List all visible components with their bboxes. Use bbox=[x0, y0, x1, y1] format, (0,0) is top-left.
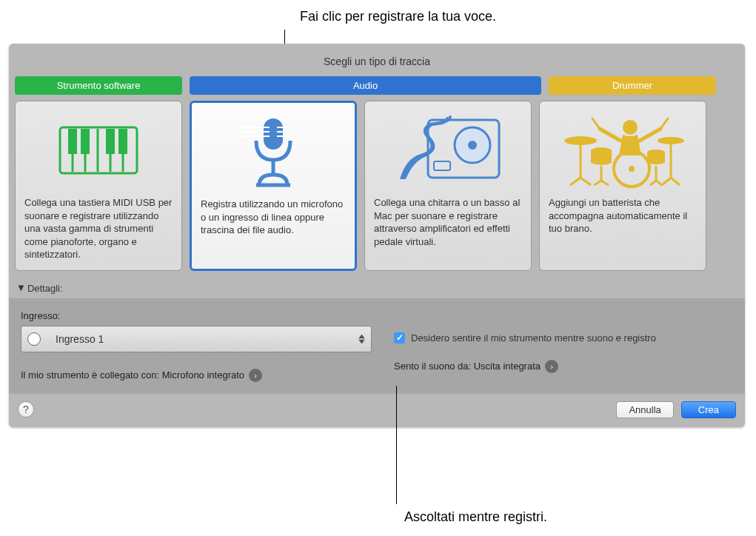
chevron-updown-icon bbox=[358, 334, 365, 344]
connected-details-button[interactable]: › bbox=[249, 369, 262, 382]
tab-software-instrument[interactable]: Strumento software bbox=[15, 76, 182, 95]
svg-line-32 bbox=[570, 178, 581, 185]
svg-rect-6 bbox=[68, 129, 77, 154]
details-label: Dettagli: bbox=[27, 283, 63, 294]
svg-line-29 bbox=[660, 118, 668, 129]
svg-line-36 bbox=[662, 178, 671, 185]
details-toggle[interactable]: ▼Dettagli: bbox=[15, 278, 739, 298]
card-software-instrument[interactable]: Collega una tastiera MIDI USB per suonar… bbox=[15, 101, 182, 271]
details-panel: Ingresso: Ingresso 1 Il mio strumento è … bbox=[9, 298, 745, 394]
svg-line-26 bbox=[600, 129, 620, 141]
svg-rect-8 bbox=[106, 129, 115, 154]
svg-point-43 bbox=[629, 166, 635, 172]
tab-audio[interactable]: Audio bbox=[190, 76, 541, 95]
create-button[interactable]: Crea bbox=[681, 401, 736, 418]
card-guitar-desc: Collega una chitarra o un basso al Mac p… bbox=[374, 196, 522, 248]
card-audio-mic[interactable]: Registra utilizzando un microfono o un i… bbox=[190, 101, 357, 271]
svg-rect-22 bbox=[434, 161, 450, 170]
svg-point-25 bbox=[623, 120, 638, 135]
callout-top-text: Fai clic per registrare la tua voce. bbox=[300, 9, 496, 24]
svg-line-28 bbox=[592, 118, 600, 129]
help-icon: ? bbox=[23, 403, 29, 415]
svg-rect-7 bbox=[81, 129, 90, 154]
svg-point-23 bbox=[446, 117, 449, 120]
guitar-icon bbox=[374, 110, 522, 192]
card-mic-desc: Registra utilizzando un microfono o un i… bbox=[201, 198, 346, 237]
drummer-icon bbox=[549, 110, 697, 192]
svg-rect-10 bbox=[264, 118, 283, 150]
tab-row: Strumento software Audio Drummer bbox=[15, 76, 739, 95]
card-drummer[interactable]: Aggiungi un batterista che accompagna au… bbox=[539, 101, 706, 271]
svg-line-47 bbox=[656, 181, 662, 185]
tab-drummer[interactable]: Drummer bbox=[549, 76, 716, 95]
callout-line-bottom bbox=[396, 386, 397, 504]
svg-line-41 bbox=[601, 181, 609, 185]
card-software-desc: Collega una tastiera MIDI USB per suonar… bbox=[24, 196, 173, 261]
svg-line-37 bbox=[671, 178, 680, 185]
output-details-button[interactable]: › bbox=[545, 360, 558, 373]
card-drummer-desc: Aggiungi un batterista che accompagna au… bbox=[549, 196, 697, 235]
help-button[interactable]: ? bbox=[18, 401, 34, 418]
card-row: Collega una tastiera MIDI USB per suonar… bbox=[15, 101, 739, 271]
svg-rect-9 bbox=[118, 129, 127, 154]
microphone-icon bbox=[201, 112, 346, 193]
dialog-footer: ? Annulla Crea bbox=[15, 394, 739, 421]
monitor-checkbox[interactable]: ✓ bbox=[394, 332, 405, 344]
svg-point-21 bbox=[468, 141, 477, 150]
svg-line-27 bbox=[640, 129, 660, 141]
window-title: Scegli un tipo di traccia bbox=[15, 50, 739, 76]
callout-bottom-text: Ascoltati mentre registri. bbox=[404, 509, 547, 525]
input-label: Ingresso: bbox=[21, 310, 372, 321]
checkmark-icon: ✓ bbox=[396, 332, 404, 343]
input-select-value: Ingresso 1 bbox=[56, 333, 104, 345]
svg-line-46 bbox=[650, 181, 656, 185]
keyboard-icon bbox=[24, 110, 173, 192]
svg-line-40 bbox=[594, 181, 601, 185]
disclosure-triangle-icon: ▼ bbox=[16, 282, 26, 293]
svg-point-34 bbox=[658, 137, 684, 144]
track-type-dialog: Scegli un tipo di traccia Strumento soft… bbox=[9, 44, 745, 427]
monitor-label: Desidero sentire il mio strumento mentre… bbox=[411, 332, 656, 344]
cancel-button[interactable]: Annulla bbox=[616, 401, 673, 418]
svg-point-24 bbox=[449, 115, 452, 118]
svg-line-33 bbox=[581, 178, 591, 185]
card-audio-guitar[interactable]: Collega una chitarra o un basso al Mac p… bbox=[364, 101, 532, 271]
input-select[interactable]: Ingresso 1 bbox=[21, 326, 372, 352]
channel-mono-icon bbox=[27, 332, 41, 346]
instrument-connected-label: Il mio strumento è collegato con: Microf… bbox=[21, 369, 244, 381]
output-label: Sento il suono da: Uscita integrata bbox=[394, 361, 541, 372]
